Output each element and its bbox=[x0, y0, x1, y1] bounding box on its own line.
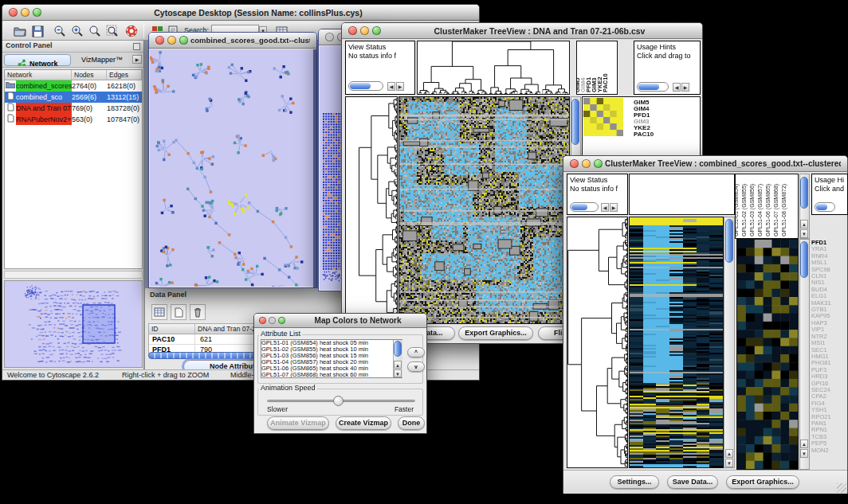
move-down-button[interactable]: v bbox=[407, 361, 425, 372]
scrollbar-thumb[interactable] bbox=[394, 341, 402, 357]
row-dendrogram-canvas[interactable] bbox=[567, 217, 627, 467]
header-id[interactable]: ID bbox=[149, 324, 195, 334]
scroll-up-icon[interactable] bbox=[800, 220, 808, 229]
tv2-collabel-scrollbar[interactable] bbox=[799, 174, 810, 239]
treeview2-titlebar[interactable]: ClusterMaker TreeView : combined_scores_… bbox=[563, 156, 847, 172]
scroll-left-icon[interactable] bbox=[673, 83, 681, 92]
speed-slider-thumb[interactable] bbox=[333, 396, 344, 406]
close-button[interactable] bbox=[155, 36, 164, 45]
zoom-button[interactable] bbox=[372, 26, 381, 35]
minimize-button[interactable] bbox=[167, 36, 176, 45]
scrollbar-thumb[interactable] bbox=[800, 241, 808, 278]
zoom-out-icon[interactable] bbox=[52, 23, 68, 39]
zoom-selected-icon[interactable] bbox=[87, 23, 103, 39]
close-button[interactable] bbox=[348, 26, 357, 35]
scroll-up-icon[interactable] bbox=[725, 449, 733, 458]
scrollbar-thumb[interactable] bbox=[800, 177, 808, 209]
create-vizmap-button[interactable]: Create Vizmap bbox=[336, 416, 391, 430]
network-tree-row[interactable]: combined_sco2569(6)13112(15) bbox=[5, 92, 142, 103]
tab-network[interactable]: Network bbox=[4, 54, 71, 66]
dialog-titlebar[interactable]: Map Colors to Network bbox=[254, 314, 426, 328]
new-attribute-icon[interactable] bbox=[171, 304, 186, 320]
scroll-right-icon[interactable] bbox=[396, 82, 404, 91]
tv2-vertical-scrollbar[interactable] bbox=[724, 217, 735, 468]
open-file-icon[interactable] bbox=[12, 23, 28, 39]
attribute-item[interactable]: GPL51-02 (GSM855) heat shock 10 min bbox=[261, 346, 402, 353]
resize-grip[interactable] bbox=[837, 483, 846, 493]
usage-hints-scrollbar[interactable] bbox=[637, 82, 669, 92]
view-status-scrollbar[interactable] bbox=[570, 202, 599, 212]
animate-vizmap-button[interactable]: Animate Vizmap bbox=[267, 416, 329, 430]
scroll-down-icon[interactable] bbox=[394, 369, 402, 377]
scrollbar-thumb[interactable] bbox=[571, 99, 579, 145]
minimize-button[interactable] bbox=[360, 26, 369, 35]
scroll-down-icon[interactable] bbox=[725, 459, 733, 467]
scroll-left-icon[interactable] bbox=[387, 82, 395, 91]
network-tree-row[interactable]: combined_scores2764(0)16218(0) bbox=[5, 80, 142, 92]
network-view-titlebar[interactable]: combined_scores_good.txt--cluste... bbox=[149, 33, 316, 49]
float-panel-icon[interactable] bbox=[133, 43, 140, 50]
network-overview-canvas[interactable] bbox=[5, 281, 142, 367]
help-lifesaver-icon[interactable] bbox=[124, 23, 139, 39]
network-tree-row[interactable]: DNA and Tran 07769(0)183728(0) bbox=[5, 103, 142, 114]
tv2-column-dendrogram-panel[interactable] bbox=[629, 174, 735, 215]
save-data-button[interactable]: Save Data... bbox=[667, 475, 718, 489]
attribute-item[interactable]: GPL51-06 (GSM865) heat shock 40 min bbox=[261, 365, 402, 372]
minimize-button[interactable] bbox=[21, 8, 29, 17]
scroll-up-icon[interactable] bbox=[394, 361, 402, 369]
attribute-item[interactable]: GPL51-04 (GSM857) heat shock 20 min bbox=[261, 359, 402, 365]
close-button[interactable] bbox=[259, 317, 266, 324]
minimize-button[interactable] bbox=[582, 159, 591, 168]
scroll-down-icon[interactable] bbox=[800, 229, 808, 238]
column-dendrogram-canvas[interactable] bbox=[418, 41, 569, 94]
tab-vizmapper[interactable]: VizMapper™ bbox=[74, 54, 130, 66]
view-status-scrollbar[interactable] bbox=[348, 81, 383, 91]
scroll-down-icon[interactable] bbox=[800, 449, 808, 458]
header-nodes[interactable]: Nodes bbox=[72, 70, 107, 80]
done-button[interactable]: Done bbox=[398, 416, 425, 430]
attribute-item[interactable]: GPL51-03 (GSM856) heat shock 15 min bbox=[261, 353, 402, 359]
header-network[interactable]: Network bbox=[5, 70, 72, 80]
scroll-right-icon[interactable] bbox=[610, 203, 618, 212]
mini-heatmap-canvas[interactable] bbox=[583, 98, 623, 136]
attribute-item[interactable]: GPL51-07 (GSM868) heat shock 60 min bbox=[261, 372, 402, 378]
export-graphics-button[interactable]: Export Graphics... bbox=[458, 326, 533, 340]
heatmap-canvas[interactable] bbox=[630, 217, 723, 467]
zoom-button[interactable] bbox=[33, 8, 41, 17]
zoom-button[interactable] bbox=[278, 317, 285, 324]
zoom-button[interactable] bbox=[594, 159, 603, 168]
network-canvas[interactable] bbox=[150, 49, 314, 287]
close-button[interactable] bbox=[570, 159, 579, 168]
data-panel-hscrollbar[interactable] bbox=[148, 352, 266, 359]
save-icon[interactable] bbox=[29, 23, 45, 39]
network-nodes: 769(0) bbox=[72, 103, 107, 114]
close-button[interactable] bbox=[9, 8, 18, 17]
header-edges[interactable]: Edges bbox=[107, 70, 142, 80]
scroll-up-icon[interactable] bbox=[800, 440, 808, 448]
close-button[interactable] bbox=[325, 33, 334, 41]
attribute-table-icon[interactable] bbox=[151, 304, 167, 320]
attribute-item[interactable]: GPL51-01 (GSM854) heat shock 05 min bbox=[261, 340, 402, 346]
desktop-titlebar[interactable]: Cytoscape Desktop (Session Name: collins… bbox=[2, 5, 479, 21]
scroll-right-icon[interactable] bbox=[681, 83, 689, 92]
zoom-button[interactable] bbox=[179, 36, 188, 45]
scrollbar-thumb[interactable] bbox=[725, 219, 733, 263]
zoom-fit-icon[interactable] bbox=[104, 23, 120, 39]
scroll-left-icon[interactable] bbox=[601, 203, 609, 212]
overview-scrollbar[interactable] bbox=[4, 271, 143, 279]
zoom-heatmap-canvas[interactable] bbox=[737, 240, 798, 469]
delete-attribute-icon[interactable] bbox=[190, 304, 206, 320]
move-up-button[interactable]: ^ bbox=[407, 347, 425, 357]
usage-hints-scrollbar[interactable] bbox=[815, 202, 835, 212]
row-dendrogram-canvas[interactable] bbox=[346, 97, 397, 323]
zoom-in-icon[interactable] bbox=[69, 23, 85, 39]
settings-button[interactable]: Settings... bbox=[610, 475, 659, 489]
minimize-button[interactable] bbox=[269, 317, 276, 324]
treeview1-titlebar[interactable]: ClusterMaker TreeView : DNA and Tran 07-… bbox=[342, 23, 702, 39]
tab-overflow-icon[interactable] bbox=[132, 55, 142, 64]
network-tree-row[interactable]: RNAPuberNov2+563(0)107847(0) bbox=[5, 114, 142, 125]
export-graphics-button[interactable]: Export Graphics... bbox=[726, 475, 799, 489]
attribute-list-scrollbar[interactable] bbox=[393, 340, 402, 377]
heatmap-canvas[interactable] bbox=[399, 97, 569, 323]
tv2-genelist-scrollbar[interactable] bbox=[799, 239, 810, 470]
